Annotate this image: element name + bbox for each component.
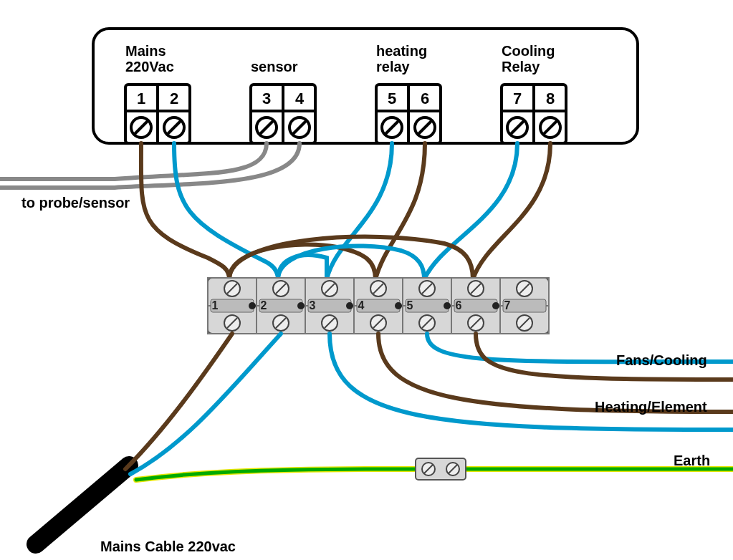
svg-point-37 (249, 302, 256, 309)
junction-num-3: 3 (310, 299, 316, 312)
junction-num-1: 1 (212, 299, 219, 312)
wiring-diagram: Mains 220Vac sensor heating relay Coolin… (0, 0, 733, 560)
mains-cable-sheath (36, 465, 129, 544)
svg-point-58 (395, 302, 402, 309)
junction-num-2: 2 (261, 299, 267, 312)
wire-blue-t7-b5 (424, 143, 517, 279)
wire-brown-jump-b1-b4 (229, 244, 375, 279)
wire-blue-jump-b2-b3 (278, 255, 327, 279)
controller-group-mains (125, 85, 190, 143)
label-cooling-2: Relay (502, 59, 540, 74)
junction-num-7: 7 (504, 299, 511, 312)
terminal-num-6: 6 (421, 90, 429, 107)
svg-point-51 (346, 302, 353, 309)
label-earth: Earth (674, 453, 710, 468)
wire-blue-t2-b2 (174, 143, 278, 279)
controller-group-heating (376, 85, 441, 143)
label-cooling-1: Cooling (502, 43, 555, 59)
label-heating-out: Heating/Element (595, 399, 707, 415)
label-mains-2: 220Vac (125, 59, 174, 74)
wire-heat-blue (330, 334, 733, 430)
terminal-num-7: 7 (513, 90, 522, 107)
svg-point-44 (297, 302, 305, 309)
label-probe: to probe/sensor (21, 195, 130, 211)
label-heating-1: heating (376, 43, 427, 59)
junction-num-6: 6 (456, 299, 462, 312)
terminal-num-8: 8 (546, 90, 555, 107)
wire-brown-t8-b6 (473, 143, 550, 279)
svg-point-65 (444, 302, 451, 309)
controller-group-sensor (251, 85, 315, 143)
terminal-num-3: 3 (262, 90, 271, 107)
label-sensor: sensor (251, 59, 298, 74)
svg-point-72 (492, 302, 499, 309)
wire-mains-brown (125, 334, 232, 469)
earth-connector (416, 458, 466, 480)
terminal-num-5: 5 (388, 90, 396, 107)
terminal-num-1: 1 (137, 90, 145, 107)
junction-num-5: 5 (407, 299, 413, 312)
wire-mains-blue (130, 334, 281, 474)
label-heating-2: relay (376, 59, 411, 74)
terminal-num-4: 4 (295, 90, 305, 107)
wire-probe-1 (0, 143, 267, 179)
label-mains-1: Mains (125, 43, 166, 59)
label-fans: Fans/Cooling (616, 352, 707, 368)
controller-group-cooling (502, 85, 566, 143)
terminal-num-2: 2 (170, 90, 178, 107)
junction-num-4: 4 (358, 299, 365, 312)
label-mains-cable: Mains Cable 220vac (100, 539, 236, 554)
wire-brown-t1-b1 (141, 143, 229, 279)
